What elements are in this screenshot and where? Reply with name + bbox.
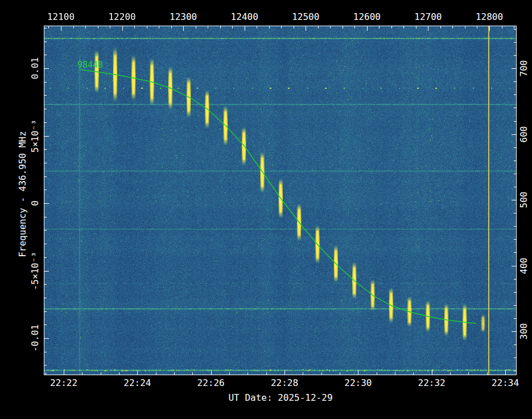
bottom-axis-tick-label: 22:26: [197, 379, 225, 388]
spectrogram-window: Frequency - 436.950 MHz UT Date: 2025-12…: [0, 0, 532, 419]
top-axis-tick-label: 12600: [353, 13, 381, 22]
bottom-axis-tick-label: 22:30: [344, 379, 372, 388]
top-axis-tick-label: 12400: [231, 13, 258, 22]
left-axis-tick-label: 0.01: [31, 57, 40, 80]
left-axis-tick-label: -0.01: [31, 324, 40, 352]
right-axis-tick-label: 400: [519, 257, 529, 274]
bottom-axis-tick-label: 22:28: [271, 379, 298, 388]
satellite-id-label: 98448: [77, 61, 103, 69]
top-axis-tick-label: 12700: [414, 13, 442, 22]
bottom-axis-tick-label: 22:32: [418, 379, 446, 388]
top-axis-tick-label: 12100: [47, 13, 75, 22]
right-axis-tick-label: 300: [519, 323, 529, 340]
right-axis-tick-label: 700: [519, 60, 529, 77]
right-axis-tick-label: 600: [519, 126, 529, 142]
bottom-axis-tick-label: 22:34: [492, 379, 519, 388]
bottom-axis-tick-label: 22:24: [123, 379, 151, 388]
left-axis-title: Frequency - 436.950 MHz: [18, 131, 27, 257]
top-axis-tick-label: 12500: [292, 13, 319, 22]
bottom-axis-tick-label: 22:22: [50, 379, 77, 388]
left-axis-tick-label: -5×10⁻³: [31, 252, 40, 290]
top-axis-tick-label: 12200: [108, 13, 135, 22]
top-axis-tick-label: 12300: [170, 13, 197, 22]
left-axis-tick-label: 0: [31, 200, 40, 206]
top-axis-tick-label: 12800: [476, 13, 503, 22]
bottom-axis-title: UT Date: 2025-12-29: [228, 393, 332, 402]
left-axis-tick-label: 5×10⁻³: [31, 120, 40, 153]
spectrogram-canvas: [44, 26, 517, 375]
right-axis-tick-label: 500: [519, 192, 529, 208]
